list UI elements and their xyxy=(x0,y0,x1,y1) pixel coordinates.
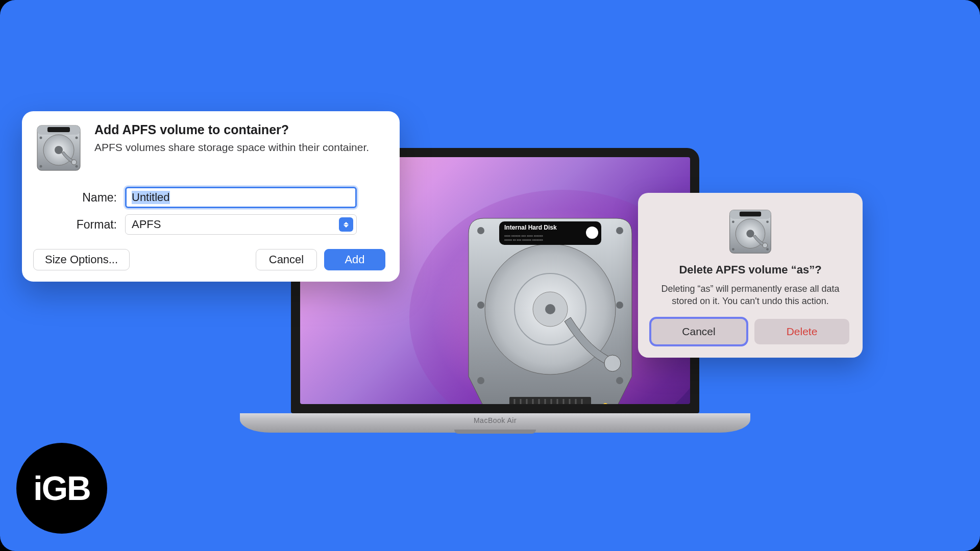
format-select[interactable]: APFS xyxy=(125,214,357,235)
cancel-button[interactable]: Cancel xyxy=(256,249,317,270)
svg-point-36 xyxy=(76,137,78,139)
dialog-subtitle: APFS volumes share storage space within … xyxy=(94,141,369,154)
svg-point-24 xyxy=(616,377,623,384)
delete-button[interactable]: Delete xyxy=(754,319,849,344)
svg-point-35 xyxy=(40,137,42,139)
add-apfs-volume-dialog: Add APFS volume to container? APFS volum… xyxy=(22,111,400,282)
volume-name-input[interactable] xyxy=(125,187,357,208)
svg-point-45 xyxy=(732,220,734,223)
svg-point-47 xyxy=(732,248,734,251)
svg-rect-31 xyxy=(47,127,70,132)
svg-point-37 xyxy=(40,165,42,168)
svg-point-38 xyxy=(76,165,78,168)
svg-point-44 xyxy=(763,243,768,248)
svg-point-22 xyxy=(616,302,623,309)
drive-label-text: Internal Hard Disk xyxy=(504,224,557,231)
svg-point-20 xyxy=(616,227,623,234)
svg-point-23 xyxy=(477,377,484,384)
name-row: Name: xyxy=(33,187,385,208)
svg-point-33 xyxy=(55,146,63,154)
hard-drive-icon xyxy=(651,207,849,256)
svg-point-43 xyxy=(746,230,754,237)
svg-point-21 xyxy=(477,302,484,309)
svg-point-34 xyxy=(71,160,77,165)
svg-point-26 xyxy=(586,227,598,239)
delete-apfs-volume-dialog: Delete APFS volume “as”? Deleting “as” w… xyxy=(638,193,863,358)
svg-text:xxxx xxxxxx xxx xxxx xxxxxx: xxxx xxxxxx xxx xxxx xxxxxx xyxy=(504,234,543,237)
delete-dialog-body: Deleting “as” will permanently erase all… xyxy=(651,283,849,308)
svg-point-18 xyxy=(604,355,621,371)
hard-drive-icon xyxy=(33,122,84,173)
delete-dialog-title: Delete APFS volume “as”? xyxy=(651,263,849,277)
svg-point-17 xyxy=(545,304,555,314)
svg-point-48 xyxy=(766,248,769,251)
add-button[interactable]: Add xyxy=(324,249,385,270)
svg-point-19 xyxy=(477,227,484,234)
laptop-base xyxy=(240,413,750,433)
format-label: Format: xyxy=(33,218,125,232)
internal-drive-illustration: Internal Hard Disk xxxx xxxxxx xxx xxxx … xyxy=(463,203,637,404)
svg-rect-41 xyxy=(740,212,761,217)
svg-point-46 xyxy=(766,220,769,223)
cancel-button[interactable]: Cancel xyxy=(651,319,746,344)
svg-rect-0 xyxy=(509,397,591,404)
dialog-title: Add APFS volume to container? xyxy=(94,122,369,137)
name-label: Name: xyxy=(33,191,125,205)
svg-text:xxxxx xx xxx xxxxxx xxxxxxx: xxxxx xx xxx xxxxxx xxxxxxx xyxy=(504,238,543,241)
size-options-button[interactable]: Size Options... xyxy=(33,249,130,270)
format-value: APFS xyxy=(132,218,161,231)
select-stepper-icon xyxy=(339,217,353,232)
format-row: Format: APFS xyxy=(33,214,385,235)
brand-badge: iGB xyxy=(16,443,107,534)
brand-badge-text: iGB xyxy=(33,469,90,508)
